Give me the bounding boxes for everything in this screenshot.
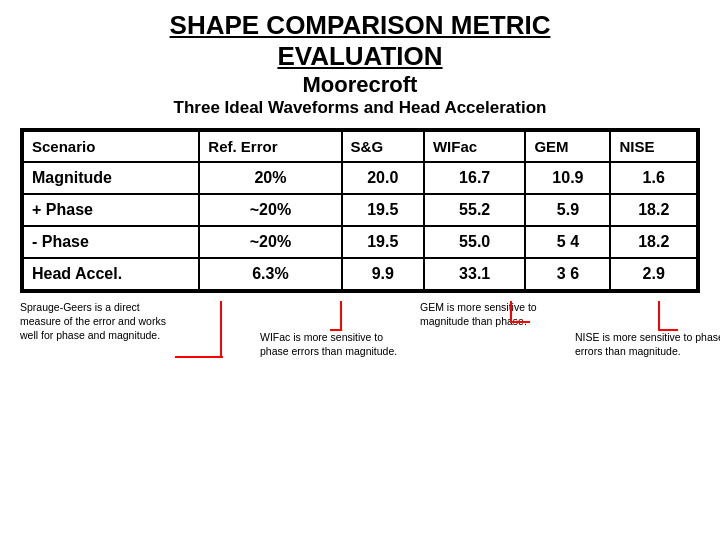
- row-plusphase-label: + Phase: [23, 194, 199, 226]
- connector-gem: [510, 301, 512, 321]
- page-header: SHAPE COMPARISON METRIC EVALUATION Moore…: [0, 0, 720, 122]
- row-minusphase-ref: ~20%: [199, 226, 341, 258]
- col-scenario: Scenario: [23, 131, 199, 162]
- table-header-row: Scenario Ref. Error S&G WIFac GEM NISE: [23, 131, 697, 162]
- row-magnitude-wifac: 16.7: [424, 162, 525, 194]
- connector-sg-h: [175, 356, 223, 358]
- row-magnitude-nise: 1.6: [610, 162, 697, 194]
- annotation-nise: NISE is more sensitive to phase errors t…: [575, 331, 720, 358]
- title-line1: SHAPE COMPARISON METRIC: [0, 10, 720, 41]
- connector-nise-h: [658, 329, 678, 331]
- col-wifac: WIFac: [424, 131, 525, 162]
- row-headaccel-gem: 3 6: [525, 258, 610, 290]
- annotations-area: Sprauge-Geers is a direct measure of the…: [20, 301, 700, 431]
- title-line4: Three Ideal Waveforms and Head Accelerat…: [0, 98, 720, 118]
- comparison-table: Scenario Ref. Error S&G WIFac GEM NISE M…: [20, 128, 700, 293]
- row-magnitude-ref: 20%: [199, 162, 341, 194]
- row-plusphase-ref: ~20%: [199, 194, 341, 226]
- connector-sg: [220, 301, 222, 356]
- row-minusphase-sg: 19.5: [342, 226, 424, 258]
- row-headaccel-ref: 6.3%: [199, 258, 341, 290]
- row-minusphase-gem: 5 4: [525, 226, 610, 258]
- row-plusphase-wifac: 55.2: [424, 194, 525, 226]
- annotation-sg: Sprauge-Geers is a direct measure of the…: [20, 301, 175, 342]
- col-sg: S&G: [342, 131, 424, 162]
- row-plusphase-nise: 18.2: [610, 194, 697, 226]
- annotation-wifac: WIFac is more sensitive to phase errors …: [260, 331, 400, 358]
- row-minusphase-nise: 18.2: [610, 226, 697, 258]
- col-gem: GEM: [525, 131, 610, 162]
- row-plusphase-gem: 5.9: [525, 194, 610, 226]
- row-magnitude-gem: 10.9: [525, 162, 610, 194]
- table-row: + Phase ~20% 19.5 55.2 5.9 18.2: [23, 194, 697, 226]
- row-plusphase-sg: 19.5: [342, 194, 424, 226]
- row-headaccel-label: Head Accel.: [23, 258, 199, 290]
- table-row: Magnitude 20% 20.0 16.7 10.9 1.6: [23, 162, 697, 194]
- row-minusphase-label: - Phase: [23, 226, 199, 258]
- table-row: Head Accel. 6.3% 9.9 33.1 3 6 2.9: [23, 258, 697, 290]
- title-line2: EVALUATION: [0, 41, 720, 72]
- row-minusphase-wifac: 55.0: [424, 226, 525, 258]
- annotation-gem: GEM is more sensitive to magnitude than …: [420, 301, 555, 328]
- title-line3: Moorecroft: [0, 72, 720, 98]
- connector-nise: [658, 301, 660, 329]
- connector-wifac: [340, 301, 342, 329]
- col-ref-error: Ref. Error: [199, 131, 341, 162]
- connector-wifac-h: [330, 329, 342, 331]
- row-magnitude-sg: 20.0: [342, 162, 424, 194]
- row-magnitude-label: Magnitude: [23, 162, 199, 194]
- table-row: - Phase ~20% 19.5 55.0 5 4 18.2: [23, 226, 697, 258]
- row-headaccel-wifac: 33.1: [424, 258, 525, 290]
- col-nise: NISE: [610, 131, 697, 162]
- row-headaccel-sg: 9.9: [342, 258, 424, 290]
- connector-gem-h: [510, 321, 530, 323]
- row-headaccel-nise: 2.9: [610, 258, 697, 290]
